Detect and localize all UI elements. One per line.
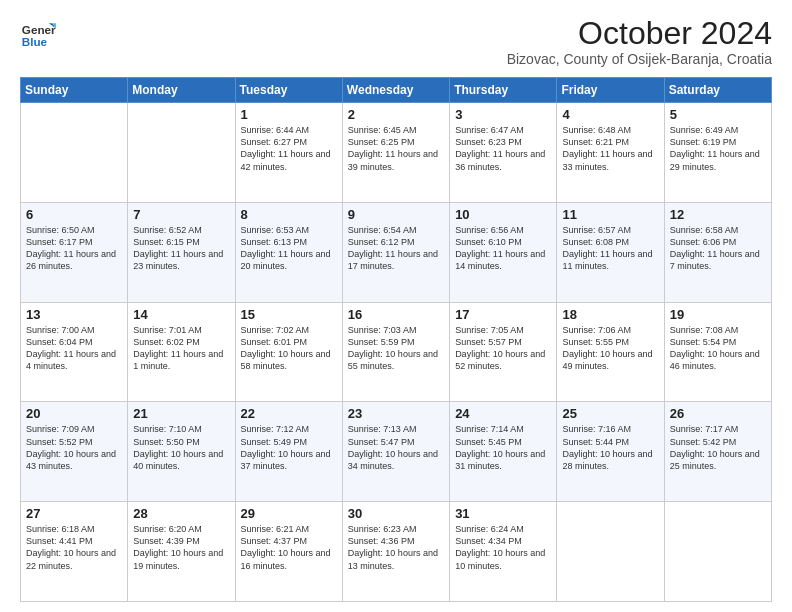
day-number: 19 (670, 307, 766, 322)
day-number: 4 (562, 107, 658, 122)
calendar-cell: 17Sunrise: 7:05 AM Sunset: 5:57 PM Dayli… (450, 302, 557, 402)
day-info: Sunrise: 7:03 AM Sunset: 5:59 PM Dayligh… (348, 324, 444, 373)
day-number: 16 (348, 307, 444, 322)
calendar-cell: 11Sunrise: 6:57 AM Sunset: 6:08 PM Dayli… (557, 202, 664, 302)
day-number: 26 (670, 406, 766, 421)
column-header-wednesday: Wednesday (342, 78, 449, 103)
day-number: 29 (241, 506, 337, 521)
column-header-sunday: Sunday (21, 78, 128, 103)
day-number: 3 (455, 107, 551, 122)
day-info: Sunrise: 6:52 AM Sunset: 6:15 PM Dayligh… (133, 224, 229, 273)
day-info: Sunrise: 6:23 AM Sunset: 4:36 PM Dayligh… (348, 523, 444, 572)
calendar-cell: 22Sunrise: 7:12 AM Sunset: 5:49 PM Dayli… (235, 402, 342, 502)
calendar-week-1: 1Sunrise: 6:44 AM Sunset: 6:27 PM Daylig… (21, 103, 772, 203)
day-info: Sunrise: 6:44 AM Sunset: 6:27 PM Dayligh… (241, 124, 337, 173)
calendar-cell: 28Sunrise: 6:20 AM Sunset: 4:39 PM Dayli… (128, 502, 235, 602)
calendar-week-5: 27Sunrise: 6:18 AM Sunset: 4:41 PM Dayli… (21, 502, 772, 602)
calendar-cell: 25Sunrise: 7:16 AM Sunset: 5:44 PM Dayli… (557, 402, 664, 502)
day-info: Sunrise: 6:54 AM Sunset: 6:12 PM Dayligh… (348, 224, 444, 273)
day-number: 24 (455, 406, 551, 421)
logo: General Blue (20, 16, 56, 52)
calendar-cell: 31Sunrise: 6:24 AM Sunset: 4:34 PM Dayli… (450, 502, 557, 602)
day-info: Sunrise: 7:10 AM Sunset: 5:50 PM Dayligh… (133, 423, 229, 472)
day-number: 18 (562, 307, 658, 322)
day-info: Sunrise: 6:20 AM Sunset: 4:39 PM Dayligh… (133, 523, 229, 572)
column-header-monday: Monday (128, 78, 235, 103)
day-number: 13 (26, 307, 122, 322)
calendar-cell: 24Sunrise: 7:14 AM Sunset: 5:45 PM Dayli… (450, 402, 557, 502)
calendar-cell: 26Sunrise: 7:17 AM Sunset: 5:42 PM Dayli… (664, 402, 771, 502)
column-header-thursday: Thursday (450, 78, 557, 103)
day-info: Sunrise: 6:58 AM Sunset: 6:06 PM Dayligh… (670, 224, 766, 273)
calendar-cell: 16Sunrise: 7:03 AM Sunset: 5:59 PM Dayli… (342, 302, 449, 402)
calendar-cell: 13Sunrise: 7:00 AM Sunset: 6:04 PM Dayli… (21, 302, 128, 402)
calendar-table: SundayMondayTuesdayWednesdayThursdayFrid… (20, 77, 772, 602)
logo-icon: General Blue (20, 16, 56, 52)
day-number: 2 (348, 107, 444, 122)
day-number: 1 (241, 107, 337, 122)
calendar-header-row: SundayMondayTuesdayWednesdayThursdayFrid… (21, 78, 772, 103)
day-info: Sunrise: 7:12 AM Sunset: 5:49 PM Dayligh… (241, 423, 337, 472)
calendar-cell: 29Sunrise: 6:21 AM Sunset: 4:37 PM Dayli… (235, 502, 342, 602)
calendar-cell: 4Sunrise: 6:48 AM Sunset: 6:21 PM Daylig… (557, 103, 664, 203)
day-info: Sunrise: 6:45 AM Sunset: 6:25 PM Dayligh… (348, 124, 444, 173)
day-number: 21 (133, 406, 229, 421)
day-number: 27 (26, 506, 122, 521)
day-number: 6 (26, 207, 122, 222)
subtitle: Bizovac, County of Osijek-Baranja, Croat… (507, 51, 772, 67)
day-number: 7 (133, 207, 229, 222)
calendar-cell (557, 502, 664, 602)
calendar-week-3: 13Sunrise: 7:00 AM Sunset: 6:04 PM Dayli… (21, 302, 772, 402)
day-number: 12 (670, 207, 766, 222)
calendar-week-4: 20Sunrise: 7:09 AM Sunset: 5:52 PM Dayli… (21, 402, 772, 502)
day-number: 23 (348, 406, 444, 421)
day-info: Sunrise: 7:14 AM Sunset: 5:45 PM Dayligh… (455, 423, 551, 472)
day-number: 25 (562, 406, 658, 421)
calendar-cell: 23Sunrise: 7:13 AM Sunset: 5:47 PM Dayli… (342, 402, 449, 502)
day-info: Sunrise: 6:18 AM Sunset: 4:41 PM Dayligh… (26, 523, 122, 572)
calendar-week-2: 6Sunrise: 6:50 AM Sunset: 6:17 PM Daylig… (21, 202, 772, 302)
day-info: Sunrise: 6:24 AM Sunset: 4:34 PM Dayligh… (455, 523, 551, 572)
calendar-cell: 30Sunrise: 6:23 AM Sunset: 4:36 PM Dayli… (342, 502, 449, 602)
day-info: Sunrise: 6:49 AM Sunset: 6:19 PM Dayligh… (670, 124, 766, 173)
calendar-cell: 7Sunrise: 6:52 AM Sunset: 6:15 PM Daylig… (128, 202, 235, 302)
day-number: 9 (348, 207, 444, 222)
calendar-cell (21, 103, 128, 203)
calendar-cell: 19Sunrise: 7:08 AM Sunset: 5:54 PM Dayli… (664, 302, 771, 402)
day-number: 15 (241, 307, 337, 322)
day-info: Sunrise: 7:09 AM Sunset: 5:52 PM Dayligh… (26, 423, 122, 472)
day-number: 30 (348, 506, 444, 521)
calendar-cell: 12Sunrise: 6:58 AM Sunset: 6:06 PM Dayli… (664, 202, 771, 302)
day-info: Sunrise: 6:21 AM Sunset: 4:37 PM Dayligh… (241, 523, 337, 572)
calendar-cell: 9Sunrise: 6:54 AM Sunset: 6:12 PM Daylig… (342, 202, 449, 302)
column-header-saturday: Saturday (664, 78, 771, 103)
page: General Blue October 2024 Bizovac, Count… (0, 0, 792, 612)
calendar-cell: 8Sunrise: 6:53 AM Sunset: 6:13 PM Daylig… (235, 202, 342, 302)
day-number: 10 (455, 207, 551, 222)
day-info: Sunrise: 7:00 AM Sunset: 6:04 PM Dayligh… (26, 324, 122, 373)
day-number: 8 (241, 207, 337, 222)
day-info: Sunrise: 7:01 AM Sunset: 6:02 PM Dayligh… (133, 324, 229, 373)
calendar-cell: 20Sunrise: 7:09 AM Sunset: 5:52 PM Dayli… (21, 402, 128, 502)
header: General Blue October 2024 Bizovac, Count… (20, 16, 772, 67)
calendar-cell: 2Sunrise: 6:45 AM Sunset: 6:25 PM Daylig… (342, 103, 449, 203)
calendar-cell: 3Sunrise: 6:47 AM Sunset: 6:23 PM Daylig… (450, 103, 557, 203)
calendar-cell (128, 103, 235, 203)
title-block: October 2024 Bizovac, County of Osijek-B… (507, 16, 772, 67)
calendar-cell: 5Sunrise: 6:49 AM Sunset: 6:19 PM Daylig… (664, 103, 771, 203)
calendar-cell: 15Sunrise: 7:02 AM Sunset: 6:01 PM Dayli… (235, 302, 342, 402)
calendar-cell: 18Sunrise: 7:06 AM Sunset: 5:55 PM Dayli… (557, 302, 664, 402)
day-info: Sunrise: 6:56 AM Sunset: 6:10 PM Dayligh… (455, 224, 551, 273)
day-info: Sunrise: 6:48 AM Sunset: 6:21 PM Dayligh… (562, 124, 658, 173)
day-number: 20 (26, 406, 122, 421)
calendar-cell (664, 502, 771, 602)
day-number: 5 (670, 107, 766, 122)
day-info: Sunrise: 6:50 AM Sunset: 6:17 PM Dayligh… (26, 224, 122, 273)
day-info: Sunrise: 7:13 AM Sunset: 5:47 PM Dayligh… (348, 423, 444, 472)
day-info: Sunrise: 7:02 AM Sunset: 6:01 PM Dayligh… (241, 324, 337, 373)
day-info: Sunrise: 6:47 AM Sunset: 6:23 PM Dayligh… (455, 124, 551, 173)
day-number: 17 (455, 307, 551, 322)
day-info: Sunrise: 7:16 AM Sunset: 5:44 PM Dayligh… (562, 423, 658, 472)
day-number: 14 (133, 307, 229, 322)
column-header-friday: Friday (557, 78, 664, 103)
